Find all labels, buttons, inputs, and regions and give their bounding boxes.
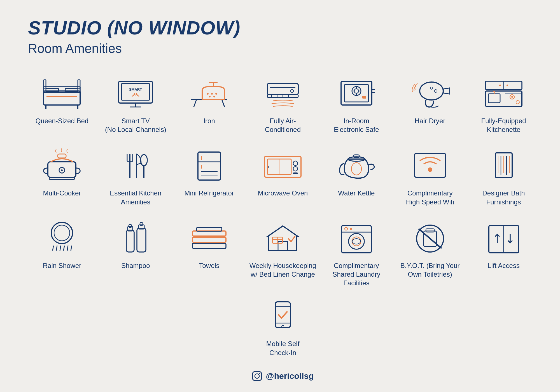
svg-rect-113 [192, 243, 226, 248]
multicooker-label: Multi-Cooker [43, 189, 81, 197]
svg-point-63 [61, 169, 63, 171]
svg-point-53 [507, 85, 508, 86]
svg-point-121 [345, 227, 347, 230]
svg-line-100 [56, 246, 57, 251]
svg-line-128 [419, 229, 442, 248]
svg-point-97 [51, 222, 73, 244]
svg-point-46 [420, 82, 443, 100]
bath-furnishings-label: Designer BathFurnishings [482, 189, 525, 206]
amenity-smart-tv: SMART Smart TV(No Local Channels) [102, 73, 170, 134]
tv-label: Smart TV(No Local Channels) [105, 116, 166, 134]
svg-line-104 [71, 246, 72, 251]
amenity-towels: Towels [175, 218, 243, 288]
page-subtitle: Room Amenities [28, 41, 538, 56]
amenity-multi-cooker: Multi-Cooker [28, 145, 96, 206]
svg-point-88 [351, 163, 361, 175]
amenity-electronic-safe: In-RoomElectronic Safe [322, 73, 390, 134]
fridge-label: Mini Refrigerator [184, 189, 234, 197]
ac-label: Fully Air-Conditioned [265, 116, 301, 134]
cutlery-icon [113, 145, 158, 184]
svg-rect-49 [486, 91, 522, 106]
svg-rect-108 [137, 228, 146, 252]
svg-point-47 [434, 90, 437, 92]
svg-point-21 [207, 93, 209, 95]
multicooker-icon [39, 145, 84, 184]
amenity-bath-furnishings: Designer BathFurnishings [470, 145, 538, 206]
svg-point-139 [259, 373, 260, 374]
svg-point-23 [215, 93, 217, 95]
svg-point-57 [511, 96, 513, 98]
svg-rect-61 [58, 154, 66, 158]
amenity-iron: Iron [175, 73, 243, 134]
svg-point-48 [430, 87, 433, 89]
kitchen-icon [481, 73, 526, 112]
svg-line-102 [64, 246, 64, 251]
kettle-label: Water Kettle [338, 189, 375, 197]
page-title: STUDIO (NO WINDOW) [28, 17, 538, 39]
lift-icon [481, 218, 526, 257]
laundry-icon [334, 218, 379, 257]
towels-icon [187, 218, 232, 257]
svg-point-82 [293, 161, 298, 165]
svg-line-99 [53, 246, 53, 251]
towels-label: Towels [199, 261, 219, 270]
svg-rect-10 [122, 83, 150, 100]
amenity-rain-shower: Rain Shower [28, 218, 96, 288]
bed-icon [39, 73, 84, 112]
svg-point-83 [293, 167, 298, 171]
svg-point-24 [209, 96, 211, 97]
svg-rect-54 [488, 94, 500, 103]
shampoo-label: Shampoo [121, 261, 150, 270]
rainshower-icon [39, 218, 84, 257]
mobile-checkin-icon [260, 296, 305, 335]
hairdryer-label: Hair Dryer [415, 116, 445, 125]
microwave-icon [260, 145, 305, 184]
svg-rect-137 [253, 372, 262, 381]
amenity-kitchenette: Fully-EquippedKitchenette [470, 73, 538, 134]
svg-rect-9 [119, 81, 152, 103]
amenity-mini-refrigerator: Mini Refrigerator [175, 145, 243, 206]
hairdryer-icon [408, 73, 452, 112]
fridge-icon [187, 145, 232, 184]
kitchenette-label: Fully-EquippedKitchenette [481, 116, 526, 134]
svg-point-138 [255, 374, 259, 378]
amenity-lift-access: Lift Access [470, 218, 538, 288]
amenity-microwave: Microwave Oven [249, 145, 317, 206]
ac-icon [260, 73, 305, 112]
svg-point-124 [352, 237, 361, 246]
svg-point-122 [350, 228, 352, 230]
svg-rect-84 [293, 172, 298, 174]
wifi-icon [408, 145, 452, 184]
lift-label: Lift Access [487, 261, 520, 270]
kitchen-amenities-label: Essential KitchenAmenities [110, 189, 161, 206]
byot-icon [408, 218, 452, 257]
amenity-shampoo: Shampoo [102, 218, 170, 288]
amenity-kitchen-amenities: Essential KitchenAmenities [102, 145, 170, 206]
instagram-handle: @hericollsg [266, 371, 314, 381]
amenity-air-conditioned: Fully Air-Conditioned [249, 73, 317, 134]
amenity-queen-sized-bed: Queen-Sized Bed [28, 73, 96, 134]
svg-rect-0 [44, 91, 80, 105]
iron-icon [187, 73, 232, 112]
svg-point-72 [141, 155, 147, 166]
shampoo-icon [113, 218, 158, 257]
svg-point-38 [354, 89, 359, 93]
housekeeping-label: Weekly Housekeepingw/ Bed Linen Change [249, 261, 316, 279]
amenity-mobile-checkin: Mobile SelfCheck-In [260, 296, 305, 357]
rainshower-label: Rain Shower [43, 261, 81, 270]
svg-line-101 [60, 246, 61, 251]
svg-point-22 [211, 93, 213, 95]
row5: Mobile SelfCheck-In [28, 296, 538, 357]
svg-rect-112 [192, 237, 226, 242]
svg-line-17 [194, 99, 197, 107]
svg-point-52 [499, 85, 501, 86]
svg-rect-26 [267, 83, 298, 95]
svg-rect-111 [192, 231, 226, 236]
svg-line-18 [222, 99, 225, 107]
bed-label: Queen-Sized Bed [36, 116, 88, 125]
amenity-housekeeping: Weekly Housekeepingw/ Bed Linen Change [249, 218, 317, 288]
svg-line-103 [67, 246, 68, 251]
safe-icon [334, 73, 379, 112]
amenity-wifi: ComplimentaryHigh Speed Wifi [396, 145, 464, 206]
svg-point-25 [213, 96, 215, 97]
